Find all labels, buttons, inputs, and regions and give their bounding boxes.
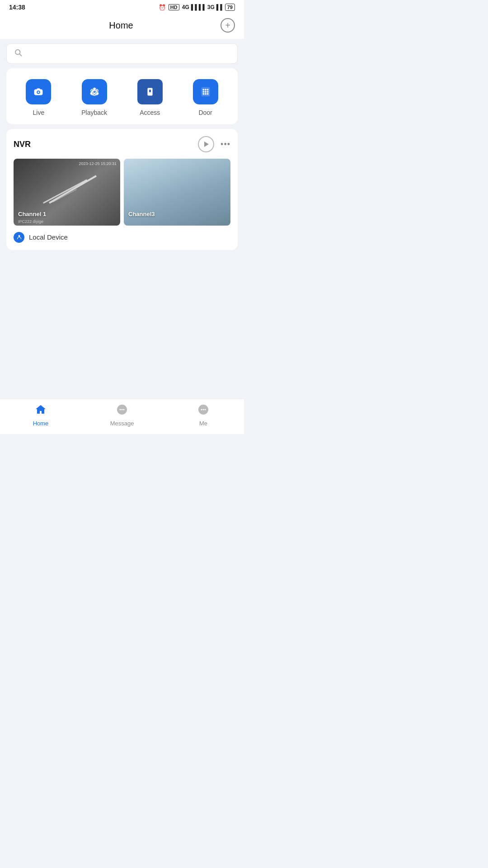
bottom-nav: Home Message Me bbox=[0, 399, 244, 434]
channel-1-label: Channel 1 bbox=[18, 211, 46, 217]
svg-point-28 bbox=[202, 93, 204, 95]
channel-3-thumb[interactable]: Channel3 bbox=[124, 159, 230, 226]
svg-point-40 bbox=[205, 409, 206, 410]
channel-1-thumb[interactable]: 2023-12-25 15:20:31 Channel 1 IPC222 diy… bbox=[14, 159, 120, 226]
svg-point-36 bbox=[123, 409, 125, 410]
top-nav: Home + bbox=[0, 14, 244, 39]
local-device-row[interactable]: Local Device bbox=[14, 232, 230, 243]
playback-icon-bg bbox=[82, 79, 107, 104]
door-icon-bg bbox=[193, 79, 218, 104]
svg-point-30 bbox=[206, 93, 208, 95]
me-nav-label: Me bbox=[199, 420, 207, 427]
me-icon bbox=[197, 404, 209, 418]
add-button[interactable]: + bbox=[221, 18, 235, 33]
svg-point-32 bbox=[18, 235, 20, 237]
quick-actions-panel: Live Playback bbox=[6, 68, 238, 124]
nvr-card: NVR ••• 2023-12-25 15:20:31 Channel 1 IP… bbox=[6, 129, 238, 250]
nvr-title: NVR bbox=[14, 140, 31, 149]
nvr-actions: ••• bbox=[198, 136, 230, 152]
svg-rect-20 bbox=[149, 90, 151, 92]
svg-line-1 bbox=[19, 54, 21, 56]
message-icon bbox=[116, 404, 128, 418]
home-icon bbox=[35, 404, 47, 418]
svg-point-27 bbox=[206, 91, 208, 93]
svg-rect-5 bbox=[37, 89, 41, 90]
channel-1-sub: IPC222 diyige bbox=[18, 219, 43, 224]
home-nav-label: Home bbox=[33, 420, 49, 427]
nvr-header: NVR ••• bbox=[14, 136, 230, 152]
search-input[interactable] bbox=[27, 50, 230, 57]
search-bar bbox=[6, 43, 238, 64]
live-icon-bg bbox=[26, 79, 51, 104]
live-label: Live bbox=[33, 109, 45, 116]
nav-item-message[interactable]: Message bbox=[104, 404, 140, 427]
svg-point-34 bbox=[120, 409, 121, 410]
action-access[interactable]: Access bbox=[137, 79, 163, 116]
svg-point-22 bbox=[202, 89, 204, 90]
channel-1-timestamp: 2023-12-25 15:20:31 bbox=[79, 161, 117, 166]
svg-point-38 bbox=[201, 409, 202, 410]
svg-point-4 bbox=[38, 91, 40, 93]
status-bar: 14:38 ⏰ HD 4G▐▐▐▐ 3G▐▐ 79 bbox=[0, 0, 244, 14]
battery-icon: 79 bbox=[225, 4, 235, 11]
svg-point-39 bbox=[203, 409, 204, 410]
action-live[interactable]: Live bbox=[26, 79, 51, 116]
svg-point-23 bbox=[205, 89, 206, 90]
alarm-icon: ⏰ bbox=[159, 4, 166, 11]
channel-grid: 2023-12-25 15:20:31 Channel 1 IPC222 diy… bbox=[14, 159, 230, 226]
nvr-more-button[interactable]: ••• bbox=[221, 140, 230, 149]
svg-point-24 bbox=[206, 89, 208, 90]
search-icon bbox=[14, 48, 22, 59]
svg-point-35 bbox=[122, 409, 123, 410]
access-icon-bg bbox=[137, 79, 163, 104]
channel-3-label: Channel3 bbox=[128, 211, 155, 217]
nav-item-me[interactable]: Me bbox=[185, 404, 221, 427]
message-nav-label: Message bbox=[110, 420, 134, 427]
door-label: Door bbox=[198, 109, 212, 116]
status-icons: ⏰ HD 4G▐▐▐▐ 3G▐▐ 79 bbox=[159, 4, 235, 11]
hd-badge: HD bbox=[169, 4, 179, 10]
time-display: 14:38 bbox=[9, 4, 25, 11]
nvr-play-button[interactable] bbox=[198, 136, 214, 152]
3g-signal-icon: 3G▐▐ bbox=[207, 4, 222, 10]
svg-point-29 bbox=[205, 93, 206, 95]
local-device-label: Local Device bbox=[29, 233, 68, 241]
svg-marker-31 bbox=[204, 142, 209, 147]
action-playback[interactable]: Playback bbox=[81, 79, 107, 116]
svg-point-7 bbox=[93, 88, 96, 90]
playback-label: Playback bbox=[81, 109, 107, 116]
svg-point-26 bbox=[205, 91, 206, 93]
grid-menu-button[interactable] bbox=[9, 19, 22, 32]
action-door[interactable]: Door bbox=[193, 79, 218, 116]
4g-signal-icon: 4G▐▐▐▐ bbox=[182, 4, 205, 10]
nav-item-home[interactable]: Home bbox=[23, 404, 59, 427]
local-device-icon bbox=[14, 232, 24, 243]
access-label: Access bbox=[140, 109, 160, 116]
svg-point-25 bbox=[202, 91, 204, 93]
page-title: Home bbox=[109, 20, 133, 31]
